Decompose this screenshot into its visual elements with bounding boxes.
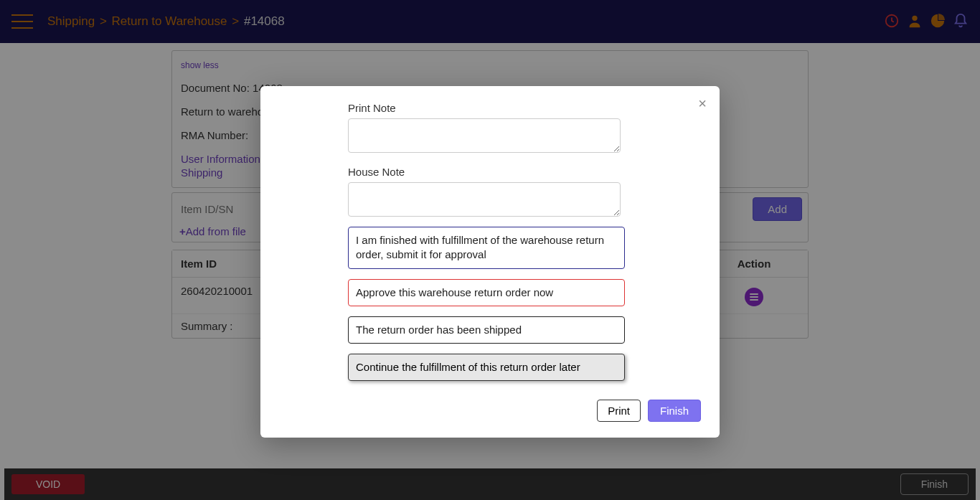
option-shipped[interactable]: The return order has been shipped	[348, 316, 625, 344]
option-approve-now[interactable]: Approve this warehouse return order now	[348, 279, 625, 306]
finish-modal: × Print Note House Note I am finished wi…	[260, 86, 720, 438]
print-note-textarea[interactable]	[348, 118, 621, 153]
option-continue-later[interactable]: Continue the fulfillment of this return …	[348, 354, 625, 381]
print-note-label: Print Note	[348, 102, 701, 114]
option-submit-for-approval[interactable]: I am finished with fulfillment of the wa…	[348, 227, 625, 269]
print-button[interactable]: Print	[597, 400, 641, 422]
modal-footer: Print Finish	[279, 400, 701, 422]
house-note-textarea[interactable]	[348, 182, 621, 217]
house-note-label: House Note	[348, 166, 701, 178]
modal-finish-button[interactable]: Finish	[648, 400, 701, 422]
close-icon[interactable]: ×	[698, 96, 707, 110]
